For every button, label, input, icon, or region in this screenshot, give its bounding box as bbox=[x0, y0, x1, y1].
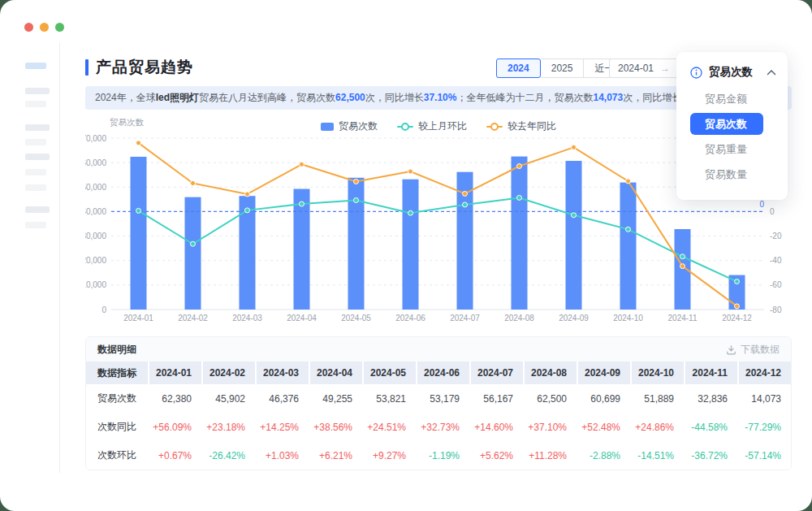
banner-segment: ；全年低峰为十二月，贸易次数 bbox=[456, 92, 593, 103]
svg-text:2024-11: 2024-11 bbox=[668, 314, 698, 323]
table-col-header: 2024-09 bbox=[577, 362, 630, 384]
table-cell: +5.62% bbox=[469, 441, 523, 470]
chevron-up-icon bbox=[767, 69, 776, 76]
dropdown-selected-label: 贸易次数 bbox=[709, 65, 767, 80]
table-col-header: 2024-07 bbox=[469, 362, 523, 384]
dropdown-option[interactable]: 贸易次数 bbox=[690, 113, 763, 135]
svg-text:0: 0 bbox=[102, 305, 106, 314]
table-col-header: 2024-05 bbox=[362, 362, 416, 384]
table-cell: 46,376 bbox=[255, 384, 309, 413]
download-data-button[interactable]: 下载数据 bbox=[726, 343, 780, 357]
svg-text:-40: -40 bbox=[770, 256, 782, 265]
table-cell: +14.25% bbox=[255, 413, 309, 441]
download-icon bbox=[726, 344, 736, 355]
data-table: 数据指标2024-012024-022024-032024-042024-052… bbox=[86, 362, 791, 470]
svg-text:30,000: 30,000 bbox=[85, 232, 106, 240]
window-controls bbox=[24, 23, 64, 32]
metric-dropdown-header[interactable]: 贸易次数 bbox=[676, 52, 788, 88]
svg-text:60,000: 60,000 bbox=[85, 158, 106, 167]
metric-dropdown: 贸易次数 贸易金额贸易次数贸易重量贸易数量 bbox=[676, 52, 788, 200]
sidebar-skeleton-bar bbox=[25, 206, 50, 213]
svg-text:20,000: 20,000 bbox=[85, 256, 106, 265]
table-row: 次数环比+0.67%-26.42%+1.03%+6.21%+9.27%-1.19… bbox=[86, 441, 791, 470]
banner-segment: 次，同比增长 bbox=[623, 92, 681, 103]
svg-text:2024-10: 2024-10 bbox=[613, 314, 643, 323]
sidebar-skeleton-bar bbox=[25, 124, 50, 131]
download-label: 下载数据 bbox=[741, 343, 780, 357]
table-cell: 56,167 bbox=[469, 384, 523, 413]
svg-text:2024-01: 2024-01 bbox=[123, 314, 153, 323]
table-col-header: 2024-10 bbox=[630, 362, 684, 384]
dropdown-option[interactable]: 贸易重量 bbox=[690, 138, 763, 160]
table-cell: -36.72% bbox=[684, 441, 737, 470]
table-cell: +14.60% bbox=[469, 413, 523, 441]
banner-segment: 贸易在八月达到高峰，贸易次数 bbox=[199, 92, 335, 103]
dropdown-option[interactable]: 贸易金额 bbox=[690, 88, 763, 110]
banner-segment: 次，同比增长 bbox=[365, 92, 424, 103]
table-cell: 62,500 bbox=[523, 384, 577, 413]
table-row: 次数同比+56.09%+23.18%+14.25%+38.56%+24.51%+… bbox=[86, 413, 791, 441]
sidebar-skeleton-bar bbox=[25, 169, 46, 175]
sidebar-skeleton-bar bbox=[25, 139, 46, 145]
dropdown-options: 贸易金额贸易次数贸易重量贸易数量 bbox=[676, 88, 788, 185]
sidebar-skeleton-bar bbox=[25, 184, 46, 191]
sidebar-divider bbox=[59, 42, 60, 473]
banner-segment: led照明灯 bbox=[156, 92, 199, 103]
table-col-header: 2024-12 bbox=[737, 362, 791, 384]
year-filter-2025[interactable]: 2025 bbox=[541, 58, 585, 78]
table-cell: +37.10% bbox=[523, 413, 577, 441]
app-window: 产品贸易趋势 20242025近一年 2024-01 → 2024-12 202… bbox=[0, 0, 812, 511]
table-cell: +24.86% bbox=[630, 413, 684, 441]
arrow-right-icon: → bbox=[660, 63, 670, 74]
svg-text:0: 0 bbox=[770, 207, 775, 216]
sidebar-skeleton-bar bbox=[25, 63, 46, 69]
page-title-label: 产品贸易趋势 bbox=[96, 57, 193, 78]
table-cell: 53,179 bbox=[416, 384, 469, 413]
table-cell: +6.21% bbox=[309, 441, 362, 470]
data-detail-card: 数据明细 下载数据 数据指标2024-012024-022024-032024-… bbox=[85, 336, 792, 470]
table-cell: -14.51% bbox=[630, 441, 684, 470]
table-body: 贸易次数62,38045,90246,37649,25553,82153,179… bbox=[86, 384, 791, 470]
table-cell: 51,889 bbox=[630, 384, 684, 413]
table-col-header: 2024-01 bbox=[148, 362, 201, 384]
table-cell: +38.56% bbox=[309, 413, 362, 441]
sidebar-skeleton-bar bbox=[25, 101, 46, 107]
dropdown-option[interactable]: 贸易数量 bbox=[690, 163, 763, 185]
close-window-icon[interactable] bbox=[24, 23, 33, 32]
table-title: 数据明细 bbox=[97, 343, 136, 357]
svg-text:2024-04: 2024-04 bbox=[287, 314, 317, 323]
table-cell: -1.19% bbox=[416, 441, 469, 470]
maximize-window-icon[interactable] bbox=[55, 23, 64, 32]
table-cell: -26.42% bbox=[201, 441, 255, 470]
table-index-header: 数据指标 bbox=[86, 362, 148, 384]
svg-text:2024-02: 2024-02 bbox=[178, 314, 208, 323]
svg-text:-20: -20 bbox=[770, 232, 782, 240]
table-cell: 60,699 bbox=[577, 384, 630, 413]
table-cell: 45,902 bbox=[201, 384, 255, 413]
table-col-header: 2024-04 bbox=[309, 362, 362, 384]
table-cell: 32,836 bbox=[684, 384, 737, 413]
table-row-label: 次数环比 bbox=[86, 441, 148, 470]
svg-text:2024-09: 2024-09 bbox=[559, 314, 589, 323]
table-col-header: 2024-02 bbox=[201, 362, 255, 384]
svg-text:0: 0 bbox=[759, 200, 764, 209]
sidebar-skeleton-bar bbox=[25, 154, 50, 160]
minimize-window-icon[interactable] bbox=[40, 23, 49, 32]
svg-text:2024-07: 2024-07 bbox=[450, 314, 480, 323]
table-cell: +0.67% bbox=[148, 441, 201, 470]
svg-text:40,000: 40,000 bbox=[85, 207, 106, 216]
svg-text:70,000: 70,000 bbox=[85, 134, 106, 143]
table-cell: 53,821 bbox=[362, 384, 416, 413]
svg-text:-60: -60 bbox=[770, 280, 782, 289]
table-col-header: 2024-11 bbox=[684, 362, 737, 384]
page-title: 产品贸易趋势 bbox=[85, 57, 193, 78]
table-cell: +11.28% bbox=[523, 441, 577, 470]
table-col-header: 2024-03 bbox=[255, 362, 309, 384]
table-cell: +32.73% bbox=[416, 413, 469, 441]
table-cell: -57.14% bbox=[737, 441, 791, 470]
table-toolbar: 数据明细 下载数据 bbox=[86, 337, 791, 362]
year-filter-2024[interactable]: 2024 bbox=[496, 58, 541, 78]
svg-text:2024-03: 2024-03 bbox=[232, 314, 262, 323]
table-row: 贸易次数62,38045,90246,37649,25553,82153,179… bbox=[86, 384, 791, 413]
date-range-start: 2024-01 bbox=[618, 63, 654, 74]
